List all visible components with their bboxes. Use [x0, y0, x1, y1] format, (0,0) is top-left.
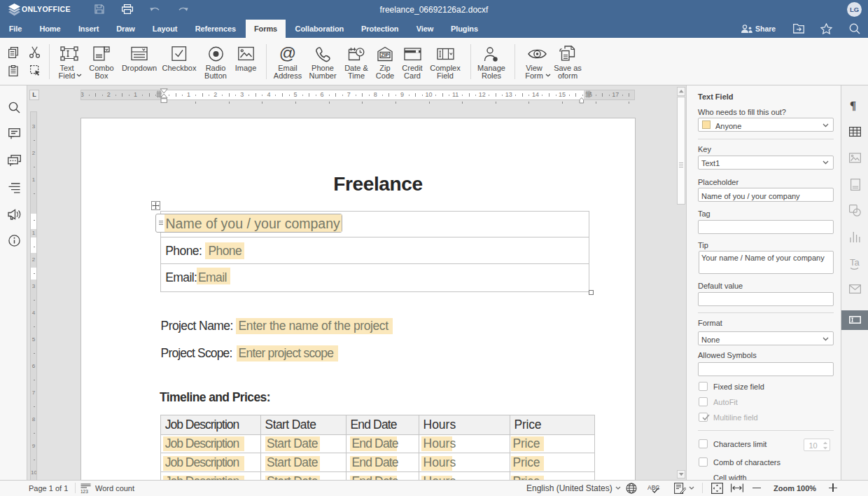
svg-text:ZIP: ZIP: [381, 52, 389, 58]
svg-text:@: @: [279, 46, 296, 62]
svg-text:Ta: Ta: [850, 257, 860, 268]
svg-text:ABC: ABC: [648, 484, 659, 491]
svg-text:123: 123: [80, 489, 88, 494]
